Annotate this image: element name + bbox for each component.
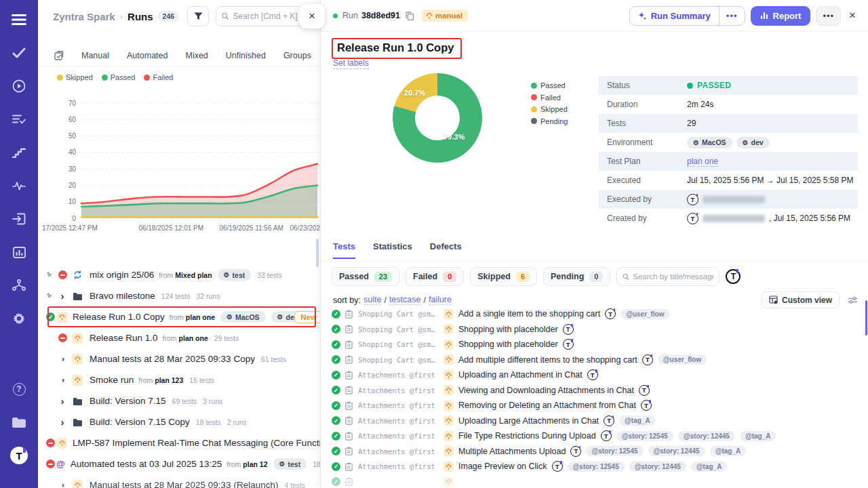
run-list-item[interactable]: Release Run 1.0fromplan one29 tests	[38, 327, 320, 348]
test-title[interactable]: Shopping with placeholder	[458, 340, 558, 349]
run-plan-name[interactable]: plan one	[179, 334, 208, 342]
run-plan-name[interactable]: Mixed plan	[175, 271, 212, 279]
tab-defects[interactable]: Defects	[430, 241, 462, 258]
run-summary-button[interactable]: Run Summary	[630, 7, 719, 25]
run-plan-name[interactable]: plan 123	[155, 376, 183, 384]
test-row[interactable]: ✓Shopping Cart @sm…Shopping with placeho…	[325, 322, 865, 338]
test-suite-name[interactable]: Shopping Cart @sm…	[358, 356, 441, 364]
play-circle-icon[interactable]	[9, 76, 29, 96]
test-row[interactable]: ✓Shopping Cart @sm…Shopping with placeho…	[325, 337, 865, 352]
assignee-avatar[interactable]: T	[726, 269, 741, 284]
test-row[interactable]: ✓	[325, 474, 865, 488]
test-row[interactable]: ✓Attachments @firstMultiple Attachments …	[325, 444, 865, 460]
menu-icon[interactable]	[9, 9, 29, 30]
brand-avatar[interactable]: T	[9, 445, 29, 466]
test-title[interactable]: File Type Restrictions During Upload	[458, 431, 596, 441]
breadcrumb-project[interactable]: Zyntra Spark	[53, 11, 115, 22]
test-suite-name[interactable]: Attachments @first	[358, 462, 441, 470]
test-suite-name[interactable]: Shopping Cart @sm…	[358, 340, 441, 348]
view-settings-icon[interactable]	[848, 296, 858, 304]
detail-close-button[interactable]: ×	[846, 9, 859, 22]
folder-icon[interactable]	[9, 412, 29, 432]
test-plan-link[interactable]: plan one	[687, 157, 718, 167]
test-title[interactable]: Viewing and Downloading Attachments in C…	[458, 386, 634, 395]
filter-skipped[interactable]: Skipped6	[470, 267, 537, 286]
run-list-item[interactable]: ◑Manual tests at 28 Mar 2025 09:33 Copy6…	[38, 348, 320, 369]
set-labels-link[interactable]: Set labels	[333, 58, 369, 69]
sort-link-testcase[interactable]: testcase	[389, 295, 421, 305]
run-plan-name[interactable]: plan one	[186, 313, 215, 321]
test-title[interactable]: Uploading an Attachment in Chat	[458, 370, 583, 380]
tag-chip[interactable]: @tag_A	[710, 446, 747, 456]
test-title[interactable]: Add a single item to the shopping cart	[458, 309, 600, 319]
tag-chip[interactable]: @story: 12445	[678, 431, 735, 441]
test-row[interactable]: ✓Attachments @firstUploading an Attachme…	[325, 367, 865, 383]
run-plan-name[interactable]: plan 12	[243, 460, 267, 468]
test-row[interactable]: ✓Attachments @firstImage Preview on Clic…	[325, 459, 865, 474]
test-suite-name[interactable]: Attachments @first	[358, 432, 441, 440]
run-list-item[interactable]: ◑Manual tests at 28 Mar 2025 09:33 (Rela…	[38, 474, 320, 488]
test-title[interactable]: Uploading Large Attachments in Chat	[458, 416, 599, 426]
manual-badge[interactable]: manual	[422, 9, 468, 22]
test-row[interactable]: ✓Attachments @firstUploading Large Attac…	[325, 413, 865, 429]
test-suite-name[interactable]: Attachments @first	[358, 447, 441, 455]
test-title[interactable]: Multiple Attachments Upload	[458, 447, 566, 456]
test-suite-name[interactable]: Attachments @first	[358, 371, 441, 379]
sort-link-suite[interactable]: suite	[363, 295, 381, 305]
tag-chip[interactable]: @user_flow	[620, 309, 669, 319]
run-summary-more-button[interactable]: •••	[719, 7, 745, 25]
copy-icon[interactable]	[406, 12, 414, 20]
test-title[interactable]: Removing or Deleting an Attachment from …	[458, 401, 636, 410]
run-list-item[interactable]: mix origin 25/06fromMixed plan⚙test33 te…	[38, 264, 320, 285]
tab-statistics[interactable]: Statistics	[373, 241, 412, 258]
more-actions-button[interactable]: •••	[816, 6, 841, 26]
panel-close-button[interactable]: ×	[299, 4, 325, 28]
test-title[interactable]: Add multiple different items to the shop…	[458, 355, 637, 365]
expand-chevron-icon[interactable]: ›	[61, 291, 64, 301]
left-scrollbar[interactable]	[316, 239, 319, 267]
breadcrumb-section[interactable]: Runs	[127, 11, 153, 22]
tests-search[interactable]	[616, 267, 719, 286]
tag-chip[interactable]: @tag_A	[740, 431, 776, 441]
test-row[interactable]: ✓Attachments @firstViewing and Downloadi…	[325, 383, 865, 399]
report-button[interactable]: Report	[751, 6, 811, 26]
tests-search-input[interactable]	[633, 272, 713, 281]
test-suite-name[interactable]: Shopping Cart @sm…	[358, 325, 441, 333]
run-list-item[interactable]: ◑Smoke runfromplan 12315 tests	[38, 369, 320, 390]
run-list-item[interactable]: LMP-587 Implement Real-Time Chat Messagi…	[38, 432, 320, 453]
run-list-item[interactable]: @Automated tests at 03 Jul 2025 13:25fro…	[38, 453, 320, 474]
test-title[interactable]: Image Preview on Click	[458, 462, 547, 471]
tab-mixed[interactable]: Mixed	[185, 51, 208, 60]
run-list-item[interactable]: ✓Release Run 1.0 Copyfromplan one⚙MacOS⚙…	[38, 306, 320, 327]
expand-chevron-icon[interactable]: ›	[61, 417, 64, 427]
pulse-icon[interactable]	[9, 176, 29, 196]
tag-chip[interactable]: @story: 12445	[648, 446, 705, 456]
run-list-item[interactable]: ›Build: Version 7.15 Copy18 tests2 runs	[38, 411, 320, 432]
run-list-item[interactable]: ›Build: Version 7.1569 tests3 runs	[38, 390, 320, 411]
tab-manual[interactable]: Manual	[81, 51, 109, 60]
test-suite-name[interactable]: Attachments @first	[358, 401, 441, 409]
steps-icon[interactable]	[9, 142, 29, 163]
tag-chip[interactable]: @story: 12545	[616, 431, 673, 441]
list-check-icon[interactable]	[9, 109, 29, 129]
expand-chevron-icon[interactable]: ›	[61, 396, 64, 406]
test-title[interactable]: Shopping with placeholder	[458, 325, 558, 334]
sign-in-icon[interactable]	[9, 209, 29, 229]
test-suite-name[interactable]: Attachments @first	[358, 417, 441, 425]
tag-chip[interactable]: @story: 12545	[586, 446, 643, 456]
test-suite-name[interactable]: Shopping Cart @sm…	[358, 310, 441, 318]
help-icon[interactable]: ?	[9, 379, 29, 399]
tab-groups[interactable]: Groups	[283, 51, 311, 60]
tag-chip[interactable]: @tag_A	[619, 415, 656, 426]
select-all-icon[interactable]	[54, 51, 64, 60]
bar-chart-icon[interactable]	[9, 242, 29, 262]
sort-link-failure[interactable]: failure	[429, 295, 452, 305]
test-suite-name[interactable]: Attachments @first	[358, 386, 441, 394]
filter-pending[interactable]: Pending0	[543, 267, 610, 286]
runs-search-input[interactable]	[233, 12, 307, 21]
filter-failed[interactable]: Failed0	[406, 267, 464, 286]
tag-chip[interactable]: @user_flow	[658, 354, 707, 365]
tab-tests[interactable]: Tests	[333, 241, 355, 259]
tab-unfinished[interactable]: Unfinished	[226, 51, 266, 60]
tab-automated[interactable]: Automated	[127, 51, 167, 60]
